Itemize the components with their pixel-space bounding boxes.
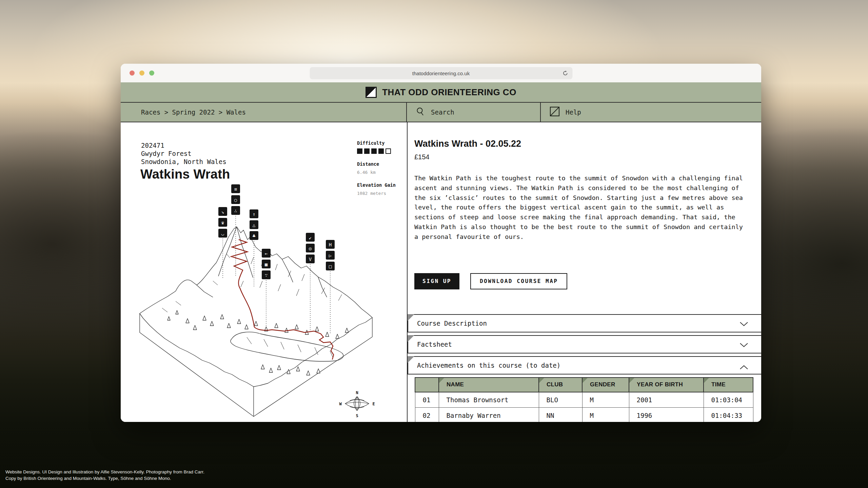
site-header: THAT ODD ORIENTEERING CO [121, 82, 761, 102]
svg-text:◎: ◎ [309, 246, 312, 251]
traffic-lights [130, 70, 154, 76]
svg-text:N: N [356, 390, 358, 395]
header-name: NAME [439, 378, 539, 392]
table-row: 01 Thomas Brownsort BLO M 2001 01:03:04 [415, 392, 753, 408]
main-content: 202471 Gwydyr Forest Snowdonia, North Wa… [121, 122, 761, 422]
cell-position: 01 [415, 392, 439, 408]
race-location-1: Gwydyr Forest [141, 149, 226, 158]
difficulty-square [357, 148, 362, 154]
difficulty-square [386, 148, 391, 154]
cell-gender: M [582, 408, 629, 422]
cell-club: BLO [539, 392, 582, 408]
credits-line-2: Copy by British Orienteering and Mountai… [5, 475, 204, 482]
cell-club: NN [539, 408, 582, 422]
svg-text:W: W [339, 402, 342, 406]
cell-position: 02 [415, 408, 439, 422]
breadcrumb-text: Races > Spring 2022 > Wales [141, 108, 246, 116]
search-label: Search [431, 108, 454, 116]
svg-text:□: □ [329, 264, 332, 269]
cell-time: 01:03:04 [704, 392, 753, 408]
chevron-down-icon [739, 322, 748, 328]
marker-stack[interactable]: H ▷ □ [326, 240, 335, 270]
chevron-up-icon [739, 364, 748, 370]
credits-line-1: Website Designs. UI Design and Illustrat… [5, 469, 204, 475]
toolbar: Races > Spring 2022 > Wales Search [121, 103, 761, 122]
desktop-background: thatoddorienteering.co.uk THAT ODD ORIEN… [0, 0, 868, 488]
accordion-factsheet[interactable]: Factsheet [408, 335, 761, 353]
browser-window: thatoddorienteering.co.uk THAT ODD ORIEN… [121, 64, 761, 422]
race-meta: 202471 Gwydyr Forest Snowdonia, North Wa… [141, 141, 226, 166]
svg-text:▦: ▦ [265, 262, 268, 267]
url-text: thatoddorienteering.co.uk [412, 70, 470, 76]
header-position [415, 378, 439, 392]
brand-name: THAT ODD ORIENTEERING CO [382, 87, 516, 98]
course-illustration: ≡ ○ ∴ ↘ ♛ ◡ ↑ △ ♣ [135, 179, 380, 422]
cell-year-of-birth: 1996 [629, 408, 704, 422]
svg-text:V: V [309, 257, 312, 262]
accordion-label: Course Description [408, 320, 487, 327]
marker-stack[interactable]: ≡ ○ ∴ [231, 184, 240, 215]
search-icon [416, 107, 425, 118]
photo-credits: Website Designs. UI Design and Illustrat… [5, 469, 204, 482]
distance-value: 6.46 km [357, 170, 405, 175]
svg-text:↘: ↘ [221, 209, 224, 215]
detail-panel: Watkins Wrath - 02.05.22 £154 The Watkin… [408, 122, 761, 422]
accordion-label: Achievements on this course (to date) [408, 362, 560, 369]
download-course-map-button[interactable]: DOWNLOAD COURSE MAP [470, 273, 568, 289]
site-logo[interactable]: THAT ODD ORIENTEERING CO [366, 87, 516, 98]
table-row: 02 Barnaby Warren NN M 1996 01:04:33 [415, 408, 753, 422]
cell-name: Thomas Brownsort [439, 392, 539, 408]
svg-text:♛: ♛ [221, 220, 224, 225]
accordion-achievements[interactable]: Achievements on this course (to date) [408, 356, 761, 374]
race-id: 202471 [141, 141, 226, 149]
difficulty-label: Difficulty [357, 140, 405, 146]
compass-icon: N S W E [339, 390, 375, 418]
svg-text:←: ← [265, 251, 268, 256]
reload-icon[interactable] [562, 70, 568, 78]
svg-text:↙: ↙ [309, 235, 312, 240]
header-year-of-birth: YEAR OF BIRTH [629, 378, 704, 392]
header-club: CLUB [539, 378, 582, 392]
svg-text:H: H [329, 242, 332, 247]
course-description-text: The Watkin Path is the toughest route to… [414, 174, 750, 242]
svg-text:○: ○ [234, 197, 237, 203]
difficulty-squares [357, 148, 405, 154]
browser-titlebar: thatoddorienteering.co.uk [121, 64, 761, 82]
cell-name: Barnaby Warren [439, 408, 539, 422]
breadcrumb[interactable]: Races > Spring 2022 > Wales [121, 103, 406, 122]
cell-gender: M [582, 392, 629, 408]
svg-text:↑: ↑ [253, 211, 255, 217]
svg-text:E: E [372, 402, 375, 406]
marker-stack[interactable]: ↙ ◎ V [306, 233, 315, 263]
accordion-course-description[interactable]: Course Description [408, 314, 761, 332]
difficulty-square [378, 148, 384, 154]
detail-heading: Watkins Wrath - 02.05.22 [414, 139, 748, 149]
svg-text:S: S [356, 413, 358, 418]
marker-stack[interactable]: ↘ ♛ ◡ [218, 207, 227, 238]
address-bar[interactable]: thatoddorienteering.co.uk [310, 67, 572, 79]
header-gender: GENDER [582, 378, 629, 392]
svg-text:▷: ▷ [329, 253, 332, 258]
svg-text:♣: ♣ [253, 233, 256, 239]
results-table: NAME CLUB GENDER YEAR OF BIRTH TIME 01 T… [415, 377, 753, 422]
race-location-2: Snowdonia, North Wales [141, 158, 226, 166]
distance-label: Distance [357, 161, 405, 167]
course-panel: 202471 Gwydyr Forest Snowdonia, North Wa… [121, 122, 407, 422]
sign-up-button[interactable]: SIGN UP [414, 273, 459, 289]
search-control[interactable]: Search [406, 103, 540, 122]
accordion-label: Factsheet [408, 341, 452, 348]
chevron-down-icon [739, 343, 748, 349]
logo-mark-icon [366, 87, 377, 98]
marker-stack[interactable]: ↑ △ ♣ [250, 209, 258, 240]
help-control[interactable]: Help [540, 103, 761, 122]
zoom-window-button[interactable] [149, 70, 154, 76]
difficulty-square [364, 148, 370, 154]
svg-text:△: △ [253, 222, 256, 228]
cell-time: 01:04:33 [704, 408, 753, 422]
minimize-window-button[interactable] [139, 70, 144, 76]
help-icon [550, 106, 560, 118]
marker-stack[interactable]: ← ▦ ∵ [262, 249, 271, 279]
close-window-button[interactable] [130, 70, 135, 76]
help-label: Help [566, 108, 581, 116]
svg-text:∵: ∵ [265, 272, 268, 278]
